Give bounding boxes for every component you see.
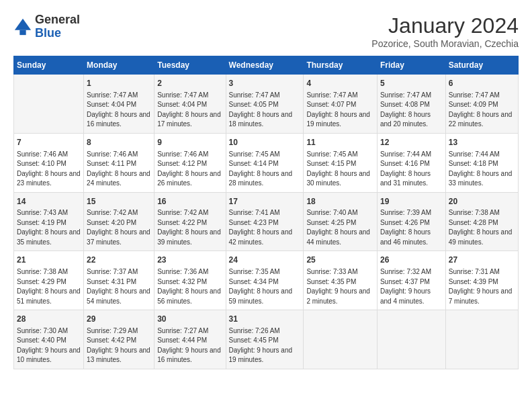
header-wednesday: Wednesday (226, 56, 304, 75)
calendar-cell: 25Sunrise: 7:33 AM Sunset: 4:35 PM Dayli… (304, 251, 378, 310)
day-info: Sunrise: 7:44 AM Sunset: 4:18 PM Dayligh… (449, 150, 515, 189)
day-info: Sunrise: 7:43 AM Sunset: 4:19 PM Dayligh… (17, 208, 81, 247)
day-number: 14 (17, 196, 81, 208)
day-info: Sunrise: 7:42 AM Sunset: 4:20 PM Dayligh… (87, 208, 151, 247)
day-info: Sunrise: 7:40 AM Sunset: 4:25 PM Dayligh… (306, 208, 374, 247)
calendar-week-4: 21Sunrise: 7:38 AM Sunset: 4:29 PM Dayli… (14, 251, 519, 310)
calendar-week-5: 28Sunrise: 7:30 AM Sunset: 4:40 PM Dayli… (14, 310, 519, 369)
day-number: 10 (229, 137, 301, 148)
day-number: 19 (380, 196, 443, 208)
day-number: 21 (17, 255, 81, 266)
day-info: Sunrise: 7:45 AM Sunset: 4:14 PM Dayligh… (229, 150, 301, 189)
day-number: 16 (157, 196, 222, 208)
day-number: 6 (449, 78, 515, 89)
day-info: Sunrise: 7:47 AM Sunset: 4:04 PM Dayligh… (87, 91, 151, 130)
header-thursday: Thursday (304, 56, 378, 75)
calendar-week-1: 1Sunrise: 7:47 AM Sunset: 4:04 PM Daylig… (14, 75, 519, 134)
day-number: 17 (229, 196, 301, 208)
month-title: January 2024 (371, 13, 519, 38)
calendar-cell: 4Sunrise: 7:47 AM Sunset: 4:07 PM Daylig… (304, 75, 378, 134)
day-number: 2 (157, 78, 222, 89)
day-number: 20 (449, 196, 515, 208)
day-number: 3 (229, 78, 301, 89)
header-row: Sunday Monday Tuesday Wednesday Thursday… (14, 56, 519, 75)
day-info: Sunrise: 7:41 AM Sunset: 4:23 PM Dayligh… (229, 208, 301, 247)
day-number: 24 (229, 255, 301, 266)
calendar-cell: 14Sunrise: 7:43 AM Sunset: 4:19 PM Dayli… (14, 192, 84, 251)
calendar-cell: 3Sunrise: 7:47 AM Sunset: 4:05 PM Daylig… (226, 75, 304, 134)
calendar-cell: 15Sunrise: 7:42 AM Sunset: 4:20 PM Dayli… (84, 192, 154, 251)
day-info: Sunrise: 7:38 AM Sunset: 4:29 PM Dayligh… (17, 267, 81, 306)
day-number: 15 (87, 196, 151, 208)
day-number: 26 (380, 255, 443, 266)
calendar-cell: 30Sunrise: 7:27 AM Sunset: 4:44 PM Dayli… (154, 310, 226, 369)
day-info: Sunrise: 7:45 AM Sunset: 4:15 PM Dayligh… (306, 150, 374, 189)
day-number: 30 (157, 314, 222, 325)
calendar-week-3: 14Sunrise: 7:43 AM Sunset: 4:19 PM Dayli… (14, 192, 519, 251)
logo-icon (13, 17, 32, 36)
header-saturday: Saturday (445, 56, 518, 75)
calendar-week-2: 7Sunrise: 7:46 AM Sunset: 4:10 PM Daylig… (14, 133, 519, 192)
day-info: Sunrise: 7:47 AM Sunset: 4:07 PM Dayligh… (306, 91, 374, 130)
day-info: Sunrise: 7:26 AM Sunset: 4:45 PM Dayligh… (229, 326, 301, 365)
calendar-cell: 19Sunrise: 7:39 AM Sunset: 4:26 PM Dayli… (377, 192, 445, 251)
day-number: 9 (157, 137, 222, 148)
calendar-cell: 29Sunrise: 7:29 AM Sunset: 4:42 PM Dayli… (84, 310, 154, 369)
location-subtitle: Pozorice, South Moravian, Czechia (371, 38, 519, 49)
day-number: 27 (449, 255, 515, 266)
calendar-header: Sunday Monday Tuesday Wednesday Thursday… (14, 56, 519, 75)
day-number: 11 (306, 137, 374, 148)
day-number: 23 (157, 255, 222, 266)
calendar-cell: 24Sunrise: 7:35 AM Sunset: 4:34 PM Dayli… (226, 251, 304, 310)
calendar-cell: 26Sunrise: 7:32 AM Sunset: 4:37 PM Dayli… (377, 251, 445, 310)
day-info: Sunrise: 7:31 AM Sunset: 4:39 PM Dayligh… (449, 267, 515, 306)
day-info: Sunrise: 7:46 AM Sunset: 4:12 PM Dayligh… (157, 150, 222, 189)
calendar-cell: 1Sunrise: 7:47 AM Sunset: 4:04 PM Daylig… (84, 75, 154, 134)
calendar-cell: 11Sunrise: 7:45 AM Sunset: 4:15 PM Dayli… (304, 133, 378, 192)
calendar-cell: 5Sunrise: 7:47 AM Sunset: 4:08 PM Daylig… (377, 75, 445, 134)
day-number: 4 (306, 78, 374, 89)
day-info: Sunrise: 7:47 AM Sunset: 4:05 PM Dayligh… (229, 91, 301, 130)
day-info: Sunrise: 7:46 AM Sunset: 4:10 PM Dayligh… (17, 150, 81, 189)
day-number: 18 (306, 196, 374, 208)
day-info: Sunrise: 7:46 AM Sunset: 4:11 PM Dayligh… (87, 150, 151, 189)
logo-blue: Blue (35, 26, 61, 40)
day-info: Sunrise: 7:42 AM Sunset: 4:22 PM Dayligh… (157, 208, 222, 247)
day-info: Sunrise: 7:32 AM Sunset: 4:37 PM Dayligh… (380, 267, 443, 306)
day-number: 12 (380, 137, 443, 148)
calendar-cell: 2Sunrise: 7:47 AM Sunset: 4:04 PM Daylig… (154, 75, 226, 134)
calendar-cell: 28Sunrise: 7:30 AM Sunset: 4:40 PM Dayli… (14, 310, 84, 369)
calendar-cell: 22Sunrise: 7:37 AM Sunset: 4:31 PM Dayli… (84, 251, 154, 310)
day-number: 29 (87, 314, 151, 325)
day-info: Sunrise: 7:44 AM Sunset: 4:16 PM Dayligh… (380, 150, 443, 189)
logo: General Blue (13, 13, 80, 40)
day-number: 8 (87, 137, 151, 148)
day-info: Sunrise: 7:39 AM Sunset: 4:26 PM Dayligh… (380, 208, 443, 247)
calendar-cell (377, 310, 445, 369)
calendar-table: Sunday Monday Tuesday Wednesday Thursday… (13, 56, 519, 369)
svg-rect-1 (19, 30, 26, 34)
calendar-cell: 7Sunrise: 7:46 AM Sunset: 4:10 PM Daylig… (14, 133, 84, 192)
day-info: Sunrise: 7:27 AM Sunset: 4:44 PM Dayligh… (157, 326, 222, 365)
calendar-cell (445, 310, 518, 369)
day-number: 22 (87, 255, 151, 266)
logo-text: General Blue (35, 13, 80, 40)
calendar-cell: 18Sunrise: 7:40 AM Sunset: 4:25 PM Dayli… (304, 192, 378, 251)
calendar-cell: 10Sunrise: 7:45 AM Sunset: 4:14 PM Dayli… (226, 133, 304, 192)
day-number: 25 (306, 255, 374, 266)
day-info: Sunrise: 7:36 AM Sunset: 4:32 PM Dayligh… (157, 267, 222, 306)
calendar-cell: 20Sunrise: 7:38 AM Sunset: 4:28 PM Dayli… (445, 192, 518, 251)
day-info: Sunrise: 7:38 AM Sunset: 4:28 PM Dayligh… (449, 208, 515, 247)
logo-general: General (35, 13, 80, 26)
title-block: January 2024 Pozorice, South Moravian, C… (371, 13, 519, 49)
calendar-cell: 13Sunrise: 7:44 AM Sunset: 4:18 PM Dayli… (445, 133, 518, 192)
day-info: Sunrise: 7:33 AM Sunset: 4:35 PM Dayligh… (306, 267, 374, 306)
calendar-cell (304, 310, 378, 369)
header-friday: Friday (377, 56, 445, 75)
calendar-cell: 6Sunrise: 7:47 AM Sunset: 4:09 PM Daylig… (445, 75, 518, 134)
calendar-cell: 27Sunrise: 7:31 AM Sunset: 4:39 PM Dayli… (445, 251, 518, 310)
calendar-cell: 9Sunrise: 7:46 AM Sunset: 4:12 PM Daylig… (154, 133, 226, 192)
day-info: Sunrise: 7:35 AM Sunset: 4:34 PM Dayligh… (229, 267, 301, 306)
calendar-cell: 16Sunrise: 7:42 AM Sunset: 4:22 PM Dayli… (154, 192, 226, 251)
svg-marker-0 (15, 19, 31, 30)
